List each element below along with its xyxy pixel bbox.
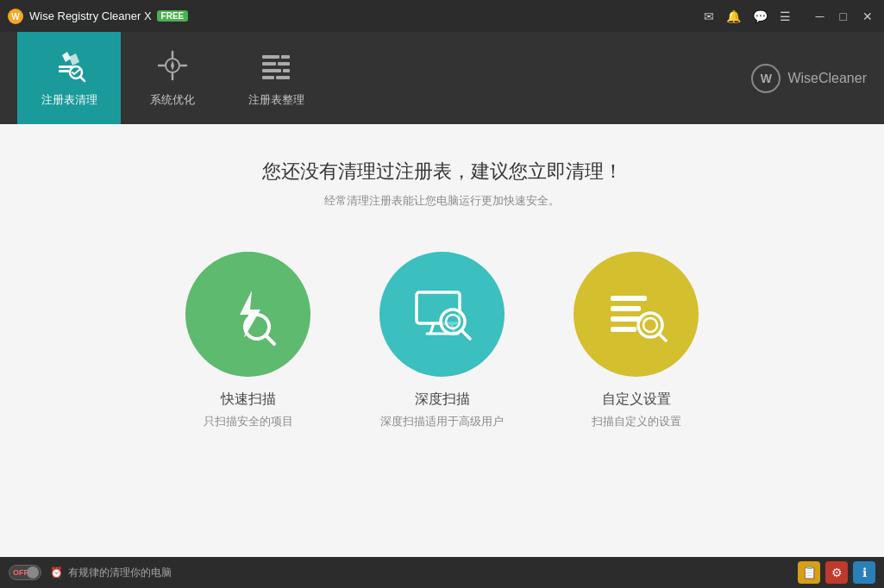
svg-rect-19 [611, 306, 641, 311]
logo-circle: W [751, 64, 781, 93]
svg-rect-9 [262, 76, 274, 79]
svg-rect-2 [59, 66, 72, 68]
main-title: 您还没有清理过注册表，建议您立即清理！ [262, 159, 623, 185]
fast-scan-option[interactable]: 快速扫描 只扫描安全的项目 [185, 252, 310, 429]
custom-scan-circle[interactable] [574, 252, 699, 377]
svg-rect-11 [278, 62, 290, 66]
nav-tabs: 注册表清理 系统优化 [17, 32, 328, 124]
mail-icon[interactable]: ✉ [704, 9, 714, 23]
fast-scan-title: 快速扫描 [221, 391, 276, 409]
tab-registry-defrag-label: 注册表整理 [248, 92, 304, 108]
tab-registry-clean[interactable]: 注册表清理 [17, 32, 121, 124]
custom-scan-desc: 扫描自定义的设置 [592, 414, 681, 429]
main-content: 您还没有清理过注册表，建议您立即清理！ 经常清理注册表能让您电脑运行更加快速安全… [0, 124, 884, 557]
settings-icon: ⚙ [831, 566, 843, 579]
wisecleaner-logo: W WiseCleaner [751, 64, 867, 93]
svg-rect-12 [283, 69, 290, 72]
bell-icon[interactable]: 🔔 [726, 9, 741, 23]
svg-rect-13 [276, 76, 290, 79]
tab-system-optimize[interactable]: 系统优化 [121, 32, 224, 124]
title-bar-right: ✉ 🔔 💬 ☰ ─ □ ✕ [704, 8, 877, 25]
custom-scan-title: 自定义设置 [602, 391, 671, 409]
fast-scan-circle[interactable] [185, 252, 310, 377]
notification-button[interactable]: 📋 [798, 561, 820, 584]
custom-scan-option[interactable]: 自定义设置 扫描自定义的设置 [574, 252, 699, 429]
registry-defrag-icon [259, 48, 293, 87]
close-button[interactable]: ✕ [858, 8, 877, 25]
status-bar: OFF ⏰ 有规律的清理你的电脑 📋 ⚙ ℹ [0, 557, 884, 588]
nav-bar: 注册表清理 系统优化 [0, 32, 884, 124]
svg-rect-3 [59, 70, 69, 72]
chat-icon[interactable]: 💬 [753, 9, 768, 23]
title-bar-left: W Wise Registry Cleaner X FREE [7, 8, 188, 25]
status-bar-left: OFF ⏰ 有规律的清理你的电脑 [9, 565, 172, 580]
deep-scan-title: 深度扫描 [415, 391, 470, 409]
schedule-text: 有规律的清理你的电脑 [68, 566, 172, 580]
tab-system-optimize-label: 系统优化 [150, 92, 195, 108]
tab-registry-clean-label: 注册表清理 [41, 92, 97, 108]
title-bar: W Wise Registry Cleaner X FREE ✉ 🔔 💬 ☰ ─… [0, 0, 884, 32]
svg-text:W: W [11, 12, 20, 22]
info-icon: ℹ [862, 566, 867, 579]
svg-rect-18 [611, 296, 647, 301]
system-optimize-icon [155, 48, 190, 87]
logo-text: WiseCleaner [787, 71, 867, 86]
settings-button[interactable]: ⚙ [825, 561, 848, 584]
schedule-toggle[interactable]: OFF [9, 565, 41, 580]
toggle-knob [27, 566, 39, 579]
svg-rect-10 [281, 55, 290, 59]
app-icon: W [7, 8, 24, 25]
registry-clean-icon [52, 48, 86, 87]
free-badge: FREE [157, 10, 189, 22]
scan-options: 快速扫描 只扫描安全的项目 深度扫描 深度扫描适用于高级用户 [185, 252, 699, 429]
menu-icon[interactable]: ☰ [780, 9, 791, 23]
main-subtitle: 经常清理注册表能让您电脑运行更加快速安全。 [324, 193, 560, 209]
svg-rect-8 [262, 69, 281, 72]
deep-scan-desc: 深度扫描适用于高级用户 [380, 414, 504, 429]
notification-icon: 📋 [802, 566, 817, 579]
deep-scan-circle[interactable] [379, 252, 505, 377]
maximize-button[interactable]: □ [836, 8, 851, 25]
app-title: Wise Registry Cleaner X [29, 9, 152, 22]
tab-registry-defrag[interactable]: 注册表整理 [224, 32, 328, 124]
minimize-button[interactable]: ─ [812, 8, 829, 25]
info-button[interactable]: ℹ [853, 561, 875, 584]
clock-icon: ⏰ [50, 566, 63, 579]
svg-rect-6 [262, 55, 279, 59]
schedule-status: ⏰ 有规律的清理你的电脑 [50, 566, 172, 580]
deep-scan-option[interactable]: 深度扫描 深度扫描适用于高级用户 [379, 252, 505, 429]
svg-rect-21 [611, 327, 636, 332]
status-bar-right: 📋 ⚙ ℹ [798, 561, 875, 584]
window-controls: ─ □ ✕ [812, 8, 877, 25]
svg-rect-7 [262, 62, 276, 66]
fast-scan-desc: 只扫描安全的项目 [204, 414, 293, 429]
